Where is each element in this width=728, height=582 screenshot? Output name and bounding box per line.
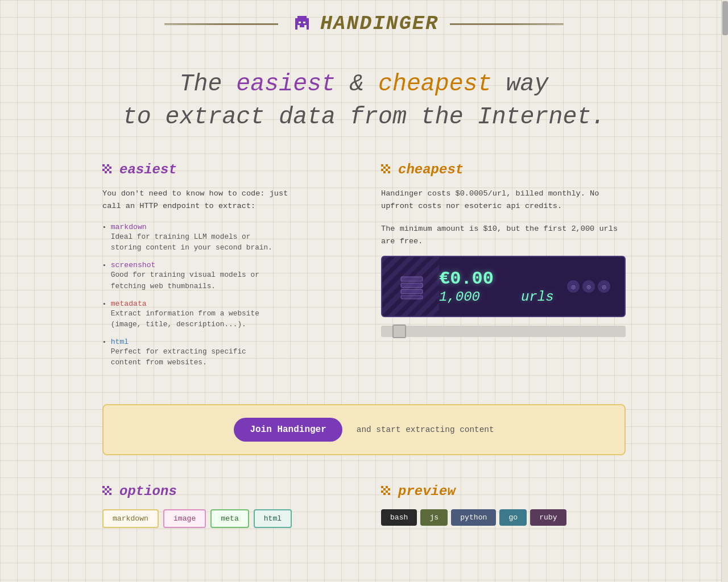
- svg-rect-41: [383, 488, 386, 490]
- svg-rect-25: [383, 171, 386, 173]
- logo-container: Handinger: [278, 11, 450, 36]
- main-content: easiest You don't need to know how to co…: [80, 151, 648, 387]
- svg-rect-13: [105, 167, 107, 169]
- cta-banner: Join Handinger and start extracting cont…: [80, 404, 648, 455]
- metadata-link[interactable]: metadata: [111, 300, 147, 308]
- svg-rect-34: [109, 488, 111, 490]
- svg-rect-35: [102, 490, 105, 493]
- slider-container: [381, 326, 626, 340]
- code-tab-ruby[interactable]: ruby: [530, 509, 566, 526]
- svg-rect-42: [388, 488, 390, 490]
- easiest-pixel-icon: [102, 164, 114, 176]
- svg-rect-38: [109, 493, 111, 495]
- svg-rect-44: [386, 490, 388, 493]
- svg-rect-30: [401, 296, 423, 299]
- easiest-description: You don't need to know how to code: just…: [102, 188, 347, 213]
- preview-pixel-icon: [381, 486, 392, 497]
- code-tab-js[interactable]: js: [420, 509, 448, 526]
- svg-rect-28: [401, 283, 423, 288]
- svg-rect-21: [383, 167, 386, 169]
- feature-screenshot: ▪ screenshot Good for training visual mo…: [102, 261, 347, 291]
- svg-rect-9: [299, 22, 301, 23]
- svg-rect-3: [295, 23, 309, 25]
- screenshot-desc: Good for training visual models orfetchi…: [111, 269, 259, 291]
- svg-rect-33: [105, 488, 107, 490]
- price-urls: 1,000 urls: [439, 289, 556, 305]
- markdown-desc: Ideal for training LLM models orstoring …: [111, 231, 272, 253]
- price-slider[interactable]: [381, 326, 626, 337]
- html-link[interactable]: html: [111, 338, 129, 346]
- code-tab-python[interactable]: python: [451, 509, 496, 526]
- stack-icon: [396, 271, 428, 302]
- hero-subtitle: to extract data from the Internet.: [123, 103, 606, 130]
- cheapest-column: cheapest Handinger costs $0.0005/url, bi…: [381, 162, 626, 376]
- price-icons: ◎ ◎ ◎: [567, 280, 610, 293]
- logo-icon: [289, 11, 315, 36]
- hero-way: way: [506, 70, 549, 97]
- tab-html[interactable]: html: [254, 509, 292, 528]
- hero-easiest: easiest: [236, 70, 336, 97]
- hero-cheapest: cheapest: [378, 70, 492, 97]
- feature-metadata: ▪ metadata Extract information from a we…: [102, 300, 347, 330]
- header-line-right: [450, 23, 564, 25]
- hero-heading: The easiest & cheapest way to extract da…: [11, 68, 717, 134]
- svg-rect-46: [388, 493, 390, 495]
- preview-section: preview bash js python go ruby: [381, 484, 626, 528]
- markdown-link[interactable]: markdown: [111, 223, 147, 231]
- screenshot-link[interactable]: screenshot: [111, 261, 156, 269]
- svg-rect-37: [105, 493, 107, 495]
- tab-meta[interactable]: meta: [210, 509, 249, 528]
- svg-rect-45: [383, 493, 386, 495]
- options-pixel-icon: [102, 486, 114, 497]
- hero-the: The: [179, 70, 222, 97]
- options-header: options: [102, 484, 347, 499]
- svg-rect-26: [388, 171, 390, 173]
- options-section: options markdown image meta html: [102, 484, 347, 528]
- cheapest-title: cheapest: [398, 162, 464, 177]
- tab-markdown[interactable]: markdown: [102, 509, 159, 528]
- scrollbar[interactable]: [721, 0, 728, 582]
- svg-rect-23: [381, 169, 383, 171]
- options-title: options: [119, 484, 177, 499]
- hero-amp: &: [350, 70, 364, 97]
- tab-image[interactable]: image: [163, 509, 206, 528]
- cheapest-description1: Handinger costs $0.0005/url, billed mont…: [381, 188, 626, 213]
- svg-rect-12: [107, 164, 109, 167]
- cheapest-header: cheapest: [381, 162, 626, 177]
- feature-html: ▪ html Perfect for extracting specificco…: [102, 338, 347, 368]
- feature-markdown: ▪ markdown Ideal for training LLM models…: [102, 223, 347, 253]
- easiest-title: easiest: [119, 162, 177, 177]
- scrollbar-thumb[interactable]: [722, 1, 728, 35]
- options-tabs: markdown image meta html: [102, 509, 347, 528]
- hero-section: The easiest & cheapest way to extract da…: [0, 45, 728, 151]
- svg-rect-1: [295, 18, 309, 20]
- cheapest-pixel-icon: [381, 164, 392, 176]
- preview-title: preview: [398, 484, 456, 499]
- price-icon-3: ◎: [598, 280, 610, 293]
- price-values: €0.00 1,000 urls: [439, 268, 556, 305]
- cheapest-description2: The minimum amount is $10, but the first…: [381, 223, 626, 248]
- svg-rect-11: [102, 164, 105, 167]
- svg-rect-7: [295, 27, 297, 30]
- price-amount: €0.00: [439, 268, 556, 289]
- svg-rect-10: [303, 22, 305, 23]
- svg-rect-4: [295, 25, 297, 27]
- svg-rect-40: [386, 486, 388, 488]
- svg-rect-27: [401, 277, 423, 281]
- html-desc: Perfect for extracting specificcontent f…: [111, 346, 246, 368]
- price-icon-2: ◎: [582, 280, 595, 293]
- header-line-left: [164, 23, 278, 25]
- svg-rect-20: [386, 164, 388, 167]
- svg-rect-32: [107, 486, 109, 488]
- cta-text: and start extracting content: [357, 425, 494, 434]
- svg-rect-15: [102, 169, 105, 171]
- svg-rect-17: [105, 171, 107, 173]
- join-button[interactable]: Join Handinger: [234, 418, 342, 442]
- code-tab-bash[interactable]: bash: [381, 509, 417, 526]
- code-tab-go[interactable]: go: [499, 509, 527, 526]
- svg-rect-5: [300, 25, 304, 27]
- svg-rect-0: [297, 16, 307, 18]
- svg-rect-19: [381, 164, 383, 167]
- svg-rect-36: [107, 490, 109, 493]
- cta-inner: Join Handinger and start extracting cont…: [102, 404, 626, 455]
